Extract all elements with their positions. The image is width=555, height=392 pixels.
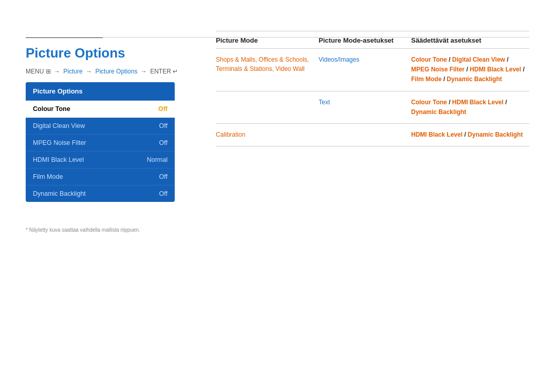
table-row-3-mode-text: Calibration: [216, 131, 245, 138]
menu-item-hdmi-black-level-value: Normal: [147, 156, 168, 163]
breadcrumb-picture[interactable]: Picture: [63, 68, 82, 75]
right-table: Picture Mode Picture Mode-asetukset Sääd…: [216, 31, 529, 146]
table-row-1-adjustable: Colour Tone / Digital Clean View / MPEG …: [411, 55, 529, 85]
table-row-1-settings: Videos/Images: [319, 55, 411, 64]
table-row-2-settings-text: Text: [319, 99, 330, 106]
menu-item-digital-clean-view[interactable]: Digital Clean View Off: [26, 118, 175, 135]
menu-item-colour-tone-label: Colour Tone: [33, 105, 70, 113]
page-title: Picture Options: [26, 45, 125, 61]
table-row-1-adj-sep4: /: [523, 66, 524, 73]
table-row-1-adj-sep2: /: [507, 56, 508, 63]
footnote: * Näytetty kuva saattaa vaihdella mallis…: [26, 227, 140, 233]
table-row-2: Text Colour Tone / HDMI Black Level / Dy…: [216, 91, 529, 124]
breadcrumb-menu: MENU: [26, 68, 46, 75]
header-col-settings: Picture Mode-asetukset: [319, 36, 411, 44]
table-row-1-adj-mpeg: MPEG Noise Filter: [411, 66, 465, 73]
header-col-mode: Picture Mode: [216, 36, 319, 44]
menu-item-film-mode[interactable]: Film Mode Off: [26, 169, 175, 185]
menu-item-hdmi-black-level-label: HDMI Black Level: [33, 156, 84, 163]
table-row-2-adj-colour-tone: Colour Tone: [411, 99, 447, 106]
table-row-2-adj-hdmi: HDMI Black Level: [452, 99, 504, 106]
menu-item-colour-tone[interactable]: Colour Tone Off: [26, 101, 175, 118]
table-row-1-mode: Shops & Malls, Offices & Schools,Termina…: [216, 55, 319, 73]
menu-item-dynamic-backlight-label: Dynamic Backlight: [33, 190, 86, 197]
table-row-2-settings: Text: [319, 98, 411, 107]
breadcrumb-enter-icon: ↵: [173, 68, 178, 75]
table-row-1: Shops & Malls, Offices & Schools,Termina…: [216, 49, 529, 91]
page-container: Picture Options MENU ⊞ → Picture → Pictu…: [0, 0, 555, 392]
table-row-1-adj-film: Film Mode: [411, 76, 441, 83]
menu-item-mpeg-noise-filter[interactable]: MPEG Noise Filter Off: [26, 135, 175, 152]
table-row-2-adj-sep2: /: [505, 99, 507, 106]
table-row-3: Calibration HDMI Black Level / Dynamic B…: [216, 124, 529, 146]
breadcrumb-enter: ENTER: [150, 68, 173, 75]
breadcrumb-arrow-3: →: [141, 68, 149, 75]
table-header: Picture Mode Picture Mode-asetukset Sääd…: [216, 31, 529, 49]
menu-box-title: Picture Options: [26, 82, 175, 101]
menu-item-colour-tone-value: Off: [158, 105, 168, 113]
table-row-1-adj-digital-clean-view: Digital Clean View: [452, 56, 505, 63]
breadcrumb-menu-icon: ⊞: [46, 68, 51, 75]
table-row-3-adj-hdmi: HDMI Black Level: [411, 131, 462, 138]
table-row-1-adj-colour-tone: Colour Tone: [411, 56, 447, 63]
table-row-3-mode: Calibration: [216, 130, 319, 139]
menu-item-digital-clean-view-label: Digital Clean View: [33, 122, 85, 129]
menu-item-digital-clean-view-value: Off: [159, 122, 168, 129]
table-row-2-adj-dynamic: Dynamic Backlight: [411, 108, 466, 116]
menu-item-dynamic-backlight-value: Off: [159, 190, 168, 197]
table-row-3-adjustable: HDMI Black Level / Dynamic Backlight: [411, 130, 529, 140]
table-row-1-adj-dynamic: Dynamic Backlight: [447, 76, 502, 83]
table-row-2-adj-sep1: /: [449, 99, 452, 106]
breadcrumb-arrow-2: →: [86, 68, 94, 75]
breadcrumb-arrow-1: →: [54, 68, 62, 75]
menu-item-hdmi-black-level[interactable]: HDMI Black Level Normal: [26, 152, 175, 169]
menu-item-film-mode-label: Film Mode: [33, 173, 63, 180]
menu-item-mpeg-noise-filter-label: MPEG Noise Filter: [33, 139, 86, 146]
table-row-1-adj-hdmi: HDMI Black Level: [470, 66, 521, 73]
table-row-1-adj-sep1: /: [449, 56, 452, 63]
header-col-adjustable: Säädettävät asetukset: [411, 36, 529, 44]
table-row-1-settings-text: Videos/Images: [319, 56, 359, 63]
breadcrumb: MENU ⊞ → Picture → Picture Options → ENT…: [26, 68, 178, 75]
breadcrumb-picture-options[interactable]: Picture Options: [95, 68, 137, 75]
menu-item-mpeg-noise-filter-value: Off: [159, 139, 168, 146]
table-row-2-adjustable: Colour Tone / HDMI Black Level / Dynamic…: [411, 98, 529, 117]
table-row-1-mode-text: Shops & Malls, Offices & Schools,Termina…: [216, 56, 309, 72]
menu-item-film-mode-value: Off: [159, 173, 168, 180]
menu-item-dynamic-backlight[interactable]: Dynamic Backlight Off: [26, 185, 175, 202]
table-row-3-adj-dynamic: Dynamic Backlight: [468, 131, 523, 138]
picture-options-menu: Picture Options Colour Tone Off Digital …: [26, 82, 175, 202]
